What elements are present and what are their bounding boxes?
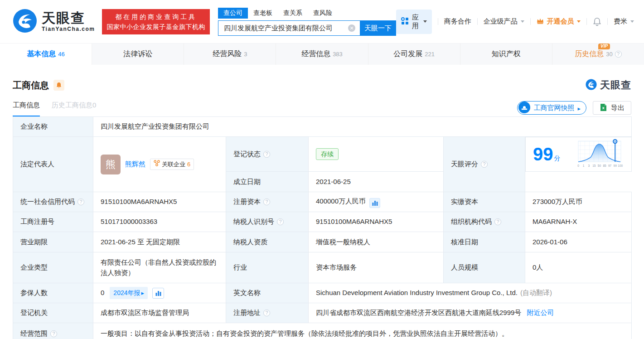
help-icon[interactable] [494, 218, 501, 225]
field-label: 参保人数 [13, 283, 93, 303]
tab-history-info[interactable]: 历史信息 VIP 30 [552, 44, 644, 65]
subtab-business-info[interactable]: 工商信息 [13, 101, 40, 116]
search-tab-relation[interactable]: 查关系 [278, 8, 308, 19]
score-cell[interactable]: 99分 [525, 137, 632, 172]
legal-rep-name-link[interactable]: 熊辉然 [125, 159, 145, 170]
status-tag: 存续 [316, 148, 339, 160]
site-header: 天眼查 TianYanCha.com 都在用的商业查询工具 国家中小企业发展子基… [0, 0, 644, 43]
apps-label: 应用 [412, 13, 419, 30]
label-text: 纳税人识别号 [233, 217, 274, 227]
search-input[interactable] [218, 20, 360, 36]
nav-enterprise[interactable]: 企业级产品 [484, 17, 524, 26]
help-icon[interactable] [77, 199, 84, 205]
username: 费米 [614, 17, 627, 26]
svg-text:0: 0 [577, 164, 579, 167]
score-unit: 分 [554, 155, 561, 162]
tab-legal[interactable]: 法律诉讼 [92, 44, 184, 65]
official-snapshot-button[interactable]: 工商官网快照 [517, 101, 586, 115]
tab-count: 46 [58, 51, 64, 58]
vip-label: 开通会员 [547, 17, 574, 26]
apps-button[interactable]: 应用 [396, 10, 432, 34]
help-icon[interactable] [615, 51, 622, 58]
export-button[interactable]: x 导出 [593, 101, 631, 115]
nav-vip[interactable]: 开通会员 [536, 17, 581, 26]
field-label: 企业名称 [13, 117, 93, 137]
tianyancha-eye-icon [586, 79, 597, 92]
help-icon[interactable] [263, 151, 270, 158]
tianyancha-logo[interactable]: 天眼查 TianYanCha.com [13, 9, 95, 35]
insured-count-value: 0 [101, 288, 104, 298]
credit-code-value: 91510100MA6ARNAHX5 [93, 192, 226, 212]
svg-text:100: 100 [618, 164, 623, 167]
help-icon[interactable] [50, 330, 57, 337]
field-label: 纳税人资质 [226, 232, 309, 252]
tab-basic-info[interactable]: 基本信息 46 [0, 44, 92, 65]
search-area: 查公司 查老板 查关系 查风险 天眼一下 [218, 7, 396, 36]
tab-company-development[interactable]: 公司发展 221 [368, 44, 460, 65]
label-text: 经营范围 [20, 329, 48, 339]
tab-label: 基本信息 [27, 49, 56, 59]
field-label: 人员规模 [444, 252, 525, 283]
logo-text-en: TianYanCha.com [42, 26, 95, 32]
score-value: 99 [533, 144, 553, 164]
search-button[interactable]: 天眼一下 [360, 20, 396, 36]
reg-capital-value: 400000万人民币 [316, 197, 366, 205]
label-text: 登记状态 [233, 149, 261, 160]
reg-address-value: 四川省成都市双流区西南航空港经济开发区西航港大道南延线2999号 [316, 309, 521, 316]
tab-label: 公司发展 [393, 49, 422, 59]
monitor-bell-icon[interactable] [53, 80, 64, 91]
table-row: 登记机关 成都市双流区市场监督管理局 注册地址 四川省成都市双流区西南航空港经济… [13, 303, 632, 323]
field-label: 企业类型 [13, 252, 93, 283]
est-date-value: 2021-06-25 [309, 172, 444, 192]
search-tabs: 查公司 查老板 查关系 查风险 [218, 7, 396, 19]
label-text: 统一社会信用代码 [20, 197, 75, 207]
legal-rep-avatar[interactable]: 熊 [101, 155, 121, 174]
divider [530, 18, 531, 25]
help-icon[interactable] [263, 199, 270, 205]
related-companies-badge[interactable]: 关联企业 6 [150, 159, 194, 170]
nearby-companies-link[interactable]: 附近公司 [527, 309, 554, 316]
field-label: 法定代表人 [13, 137, 93, 192]
crown-icon [536, 17, 544, 26]
corner-logo-text: 天眼查 [600, 78, 631, 92]
svg-text:99: 99 [613, 164, 617, 167]
related-label: 关联企业 [162, 160, 185, 169]
insured-chart-icon[interactable] [152, 288, 164, 299]
annual-report-tag[interactable]: 2024年报 [110, 287, 148, 299]
capital-chart-icon[interactable] [369, 198, 380, 208]
tab-operation-info[interactable]: 经营信息 383 [276, 44, 368, 65]
reg-authority-value: 成都市双流区市场监督管理局 [93, 303, 226, 323]
score-distribution-chart: 0 1 3 15 50 85 97 99 100 [571, 137, 627, 171]
main-content: 工商信息 天眼查 工商信息 历史工商信息0 工商官网快照 [0, 78, 644, 339]
chevron-down-icon [577, 20, 581, 23]
paid-capital-value: 273000万人民币 [525, 192, 632, 212]
excel-icon: x [600, 103, 607, 113]
subtab-history-business-info[interactable]: 历史工商信息0 [52, 101, 96, 116]
field-label: 注册地址 [226, 303, 309, 323]
search-tab-boss[interactable]: 查老板 [248, 8, 278, 19]
search-tab-risk[interactable]: 查风险 [308, 8, 338, 19]
user-menu[interactable]: 费米 [614, 17, 634, 26]
table-row: 法定代表人 熊 熊辉然 关联企业 6 登记状态 存续 [13, 137, 632, 172]
help-icon[interactable] [277, 218, 284, 225]
nav-cooperation[interactable]: 商务合作 [444, 17, 471, 26]
divider [607, 18, 608, 25]
business-scope-value: 一般项目：以自有资金从事投资活动；自有资金投资的资产管理服务（除依法须经批准的项… [93, 323, 632, 339]
search-tab-company[interactable]: 查公司 [218, 8, 248, 19]
help-icon[interactable] [481, 161, 488, 168]
svg-text:50: 50 [597, 164, 601, 167]
tab-count: 3 [244, 51, 247, 58]
table-row: 参保人数 0 2024年报 英文名称 Sichuan Development A… [13, 283, 632, 303]
notification-bell[interactable] [593, 17, 601, 26]
clear-icon[interactable] [348, 24, 355, 32]
vip-badge: VIP [598, 44, 610, 49]
tab-operation-risk[interactable]: 经营风险 3 [184, 44, 276, 65]
logo-text-cn: 天眼查 [42, 11, 95, 25]
corner-watermark-logo: 天眼查 [586, 78, 631, 92]
svg-text:85: 85 [603, 164, 606, 167]
business-term-value: 2021-06-25 至 无固定期限 [93, 232, 226, 252]
tab-ip[interactable]: 知识产权 [460, 44, 552, 65]
help-icon[interactable] [263, 310, 270, 316]
table-row: 企业名称 四川发展航空产业投资集团有限公司 [13, 117, 632, 137]
arrow-right-icon [577, 104, 581, 112]
